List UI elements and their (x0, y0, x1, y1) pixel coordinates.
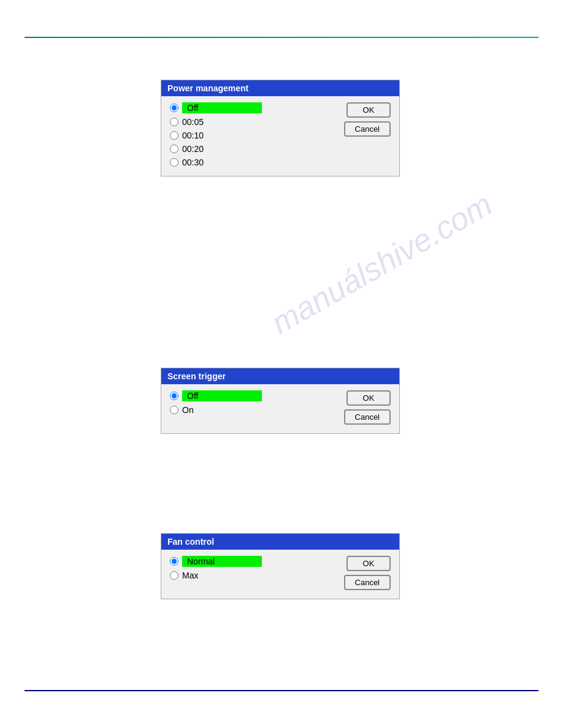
power-label-0: Off (182, 102, 262, 113)
power-management-title: Power management (161, 80, 399, 96)
radio-row: 00:30 (170, 157, 335, 167)
screen-trigger-buttons: OK Cancel (344, 390, 391, 425)
power-radio-0[interactable] (170, 104, 178, 112)
fan-control-dialog: Fan control NormalMax OK Cancel (161, 533, 400, 599)
power-ok-button[interactable]: OK (347, 102, 391, 118)
power-cancel-button[interactable]: Cancel (344, 121, 391, 137)
watermark: manuálshive.com (265, 186, 498, 341)
power-label-3: 00:20 (182, 144, 204, 154)
screen-cancel-button[interactable]: Cancel (344, 409, 391, 425)
screen-trigger-title: Screen trigger (161, 368, 399, 384)
bottom-decorative-line (25, 690, 538, 691)
screen-label-1: On (182, 405, 194, 415)
radio-row: 00:05 (170, 117, 335, 127)
fan-cancel-button[interactable]: Cancel (344, 575, 391, 590)
fan-ok-button[interactable]: OK (347, 556, 391, 571)
fan-control-title: Fan control (161, 534, 399, 550)
radio-row: Off (170, 102, 335, 113)
power-management-buttons: OK Cancel (344, 102, 391, 167)
fan-label-1: Max (182, 571, 198, 580)
power-radio-3[interactable] (170, 145, 178, 153)
power-radio-2[interactable] (170, 131, 178, 140)
radio-row: 00:20 (170, 144, 335, 154)
screen-ok-button[interactable]: OK (347, 390, 391, 406)
power-label-4: 00:30 (182, 157, 204, 167)
screen-radio-1[interactable] (170, 406, 178, 414)
screen-label-0: Off (182, 390, 262, 401)
power-label-1: 00:05 (182, 117, 204, 127)
radio-row: On (170, 405, 335, 415)
power-radio-1[interactable] (170, 118, 178, 126)
screen-radio-0[interactable] (170, 392, 178, 400)
screen-trigger-dialog: Screen trigger OffOn OK Cancel (161, 368, 400, 434)
radio-row: Off (170, 390, 335, 401)
fan-control-buttons: OK Cancel (344, 556, 391, 590)
fan-label-0: Normal (182, 556, 262, 567)
radio-row: Normal (170, 556, 335, 567)
top-decorative-line (25, 37, 538, 38)
power-management-options: Off00:0500:1000:2000:30 (170, 102, 335, 167)
power-radio-4[interactable] (170, 158, 178, 167)
power-management-dialog: Power management Off00:0500:1000:2000:30… (161, 80, 400, 176)
fan-control-options: NormalMax (170, 556, 335, 590)
radio-row: Max (170, 571, 335, 580)
fan-radio-0[interactable] (170, 557, 178, 566)
fan-radio-1[interactable] (170, 571, 178, 580)
radio-row: 00:10 (170, 131, 335, 140)
power-label-2: 00:10 (182, 131, 204, 140)
screen-trigger-options: OffOn (170, 390, 335, 425)
